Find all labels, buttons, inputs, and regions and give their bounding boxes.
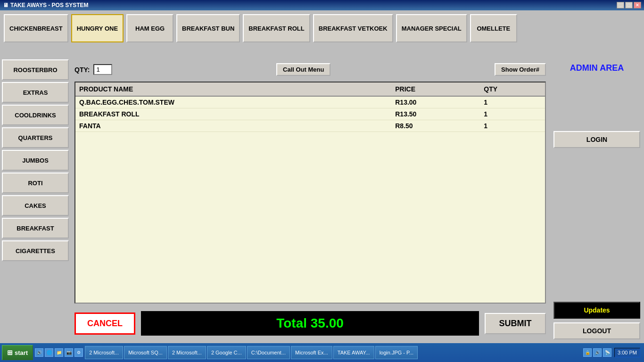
- sidebar-btn-cooldrinks[interactable]: COOLDRINKS: [2, 105, 69, 125]
- sidebar-btn-cakes[interactable]: CAKES: [2, 195, 69, 216]
- sys-icon-1[interactable]: 🔒: [583, 348, 592, 357]
- maximize-button[interactable]: □: [625, 2, 633, 8]
- titlebar-left: 🖥 TAKE AWAYS - POS SYSTEM: [3, 2, 89, 8]
- col-price: PRICE: [391, 82, 480, 96]
- taskbar-icon-5[interactable]: ⚙: [74, 348, 83, 357]
- sidebar-btn-roosterbro[interactable]: ROOSTERBRO: [2, 59, 69, 80]
- taskbar-item-docs[interactable]: C:\Document...: [247, 346, 290, 359]
- cell-price: R13.50: [391, 108, 480, 120]
- titlebar: 🖥 TAKE AWAYS - POS SYSTEM _ □ ✕: [0, 0, 644, 10]
- start-button[interactable]: ⊞ start: [2, 345, 33, 360]
- sidebar: ROOSTERBROEXTRASCOOLDRINKSQUARTERSJUMBOS…: [0, 58, 71, 343]
- logout-button[interactable]: LOGOUT: [553, 322, 640, 339]
- titlebar-controls[interactable]: _ □ ✕: [617, 2, 641, 8]
- top-btn-breakfast-vetkoek[interactable]: BREAKFAST VETKOEK: [313, 14, 393, 42]
- sidebar-btn-breakfast[interactable]: BREAKFAST: [2, 218, 69, 239]
- sidebar-btn-quarters[interactable]: QUARTERS: [2, 127, 69, 148]
- right-panel: ADMIN AREA LOGIN Updates LOGOUT: [550, 58, 644, 343]
- sys-icon-3[interactable]: 📡: [603, 348, 611, 357]
- taskbar-item-ms1[interactable]: 2 Microsoft...: [85, 346, 123, 359]
- cell-qty: 1: [480, 120, 545, 132]
- cell-qty: 1: [480, 96, 545, 108]
- qty-input[interactable]: [93, 64, 112, 75]
- updates-button[interactable]: Updates: [553, 302, 640, 319]
- cell-product: BREAKFAST ROLL: [75, 108, 391, 120]
- taskbar-icon-3[interactable]: 📁: [55, 348, 63, 357]
- top-btn-omellete[interactable]: OMELLETE: [470, 14, 517, 42]
- main-area: ROOSTERBROEXTRASCOOLDRINKSQUARTERSJUMBOS…: [0, 58, 644, 343]
- sidebar-btn-roti[interactable]: ROTI: [2, 173, 69, 193]
- windows-icon: ⊞: [7, 349, 13, 356]
- table-row[interactable]: BREAKFAST ROLLR13.501: [75, 108, 545, 120]
- call-out-menu-button[interactable]: Call Out Menu: [276, 63, 330, 76]
- taskbar-icon-2[interactable]: 🌐: [45, 348, 53, 357]
- order-table: PRODUCT NAME PRICE QTY Q.BAC.EGG.CHES.TO…: [75, 82, 545, 132]
- taskbar-item-gc[interactable]: 2 Google C...: [207, 346, 246, 359]
- top-buttons-area: CHICKENBREASTHUNGRY ONEHAM EGGBREAKFAST …: [0, 10, 644, 58]
- login-button[interactable]: LOGIN: [553, 131, 640, 148]
- cancel-button[interactable]: CANCEL: [74, 313, 135, 335]
- taskbar: ⊞ start 🔊 🌐 📁 📷 ⚙ 2 Microsoft...Microsof…: [0, 343, 644, 362]
- cell-price: R8.50: [391, 120, 480, 132]
- cell-price: R13.00: [391, 96, 480, 108]
- cell-qty: 1: [480, 108, 545, 120]
- top-btn-chickenbreast[interactable]: CHICKENBREAST: [4, 14, 68, 42]
- show-order-button[interactable]: Show Order#: [495, 63, 546, 76]
- app-icon: 🖥: [3, 2, 8, 8]
- taskbar-item-login[interactable]: login.JPG - P...: [375, 346, 418, 359]
- admin-area-title: ADMIN AREA: [553, 61, 640, 75]
- taskbar-icon-1[interactable]: 🔊: [35, 348, 43, 357]
- sidebar-btn-jumbos[interactable]: JUMBOS: [2, 150, 69, 171]
- taskbar-clock: 3:00 PM: [614, 348, 640, 357]
- taskbar-quick-launch: 🔊 🌐 📁 📷 ⚙: [35, 348, 83, 357]
- close-button[interactable]: ✕: [634, 2, 641, 8]
- order-table-container: PRODUCT NAME PRICE QTY Q.BAC.EGG.CHES.TO…: [74, 82, 546, 304]
- start-label: start: [15, 349, 28, 356]
- qty-bar: QTY: Call Out Menu Show Order#: [74, 61, 546, 78]
- sys-icon-2[interactable]: 🔊: [593, 348, 602, 357]
- table-row[interactable]: FANTAR8.501: [75, 120, 545, 132]
- col-product: PRODUCT NAME: [75, 82, 391, 96]
- bottom-actions: CANCEL Total 35.00 SUBMIT: [74, 307, 546, 339]
- top-btn-breakfast-bun[interactable]: BREAKFAST BUN: [176, 14, 240, 42]
- top-btn-hungry-one[interactable]: HUNGRY ONE: [71, 14, 124, 42]
- top-btn-breakfast-roll[interactable]: BREAKFAST ROLL: [243, 14, 310, 42]
- qty-label: QTY:: [74, 66, 90, 74]
- sidebar-btn-extras[interactable]: EXTRAS: [2, 82, 69, 103]
- app-title: TAKE AWAYS - POS SYSTEM: [10, 2, 89, 8]
- taskbar-icon-4[interactable]: 📷: [65, 348, 73, 357]
- taskbar-item-ms2[interactable]: 2 Microsoft...: [168, 346, 206, 359]
- table-row[interactable]: Q.BAC.EGG.CHES.TOM.STEWR13.001: [75, 96, 545, 108]
- sidebar-btn-cigarettes[interactable]: CIGARETTES: [2, 240, 69, 261]
- cell-product: Q.BAC.EGG.CHES.TOM.STEW: [75, 96, 391, 108]
- center-content: QTY: Call Out Menu Show Order# PRODUCT N…: [71, 58, 550, 343]
- col-qty: QTY: [480, 82, 545, 96]
- taskbar-items: 2 Microsoft...Microsoft SQ...2 Microsoft…: [83, 346, 579, 359]
- taskbar-item-mssq[interactable]: Microsoft SQ...: [124, 346, 167, 359]
- taskbar-item-takeaway[interactable]: TAKE AWAY...: [333, 346, 374, 359]
- top-btn-manager-special[interactable]: MANAGER SPECIAL: [396, 14, 467, 42]
- taskbar-right: 🔒 🔊 📡 3:00 PM: [579, 348, 644, 357]
- submit-button[interactable]: SUBMIT: [485, 313, 546, 334]
- minimize-button[interactable]: _: [617, 2, 624, 8]
- taskbar-system-icons: 🔒 🔊 📡: [583, 348, 611, 357]
- total-display: Total 35.00: [141, 311, 479, 336]
- top-btn-ham-egg[interactable]: HAM EGG: [126, 14, 173, 42]
- cell-product: FANTA: [75, 120, 391, 132]
- taskbar-item-excel[interactable]: Microsoft Ex...: [291, 346, 332, 359]
